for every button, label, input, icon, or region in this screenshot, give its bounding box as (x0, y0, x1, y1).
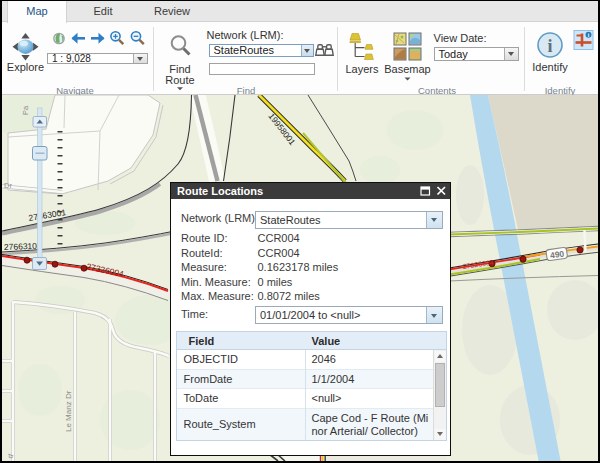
svg-text:Basemap: Basemap (384, 63, 430, 75)
svg-text:Le Manz Dr: Le Manz Dr (64, 390, 73, 432)
svg-text:27663101: 27663101 (4, 241, 42, 252)
svg-text:Route: Route (165, 74, 194, 86)
svg-text:Layers: Layers (345, 63, 379, 75)
svg-text:i: i (547, 36, 552, 56)
svg-text:490: 490 (549, 249, 565, 261)
svg-text:Explore: Explore (7, 61, 44, 73)
svg-text:Identify: Identify (532, 61, 568, 73)
svg-text:Pa: Pa (21, 105, 30, 115)
svg-text:Dr: Dr (4, 181, 12, 190)
